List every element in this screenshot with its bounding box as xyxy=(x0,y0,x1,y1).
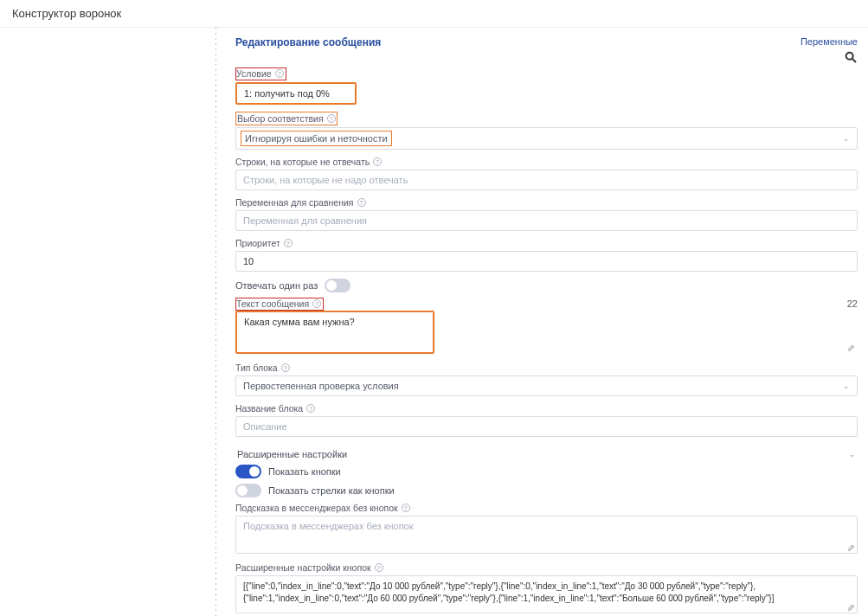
chevron-down-icon: ⌄ xyxy=(843,382,850,390)
condition-label: Условие xyxy=(236,68,272,79)
compare-var-input[interactable] xyxy=(235,210,858,231)
message-text-input[interactable] xyxy=(235,311,434,354)
resize-handle-icon[interactable]: ✎ xyxy=(845,344,856,352)
block-type-label: Тип блока xyxy=(235,363,278,373)
hint-label: Подсказка в мессенджерах без кнопок xyxy=(235,503,398,513)
match-select[interactable]: Игнорируя ошибки и неточности ⌄ xyxy=(235,127,858,150)
help-icon[interactable]: ? xyxy=(375,563,383,572)
help-icon[interactable]: ? xyxy=(312,299,321,308)
help-icon[interactable]: ? xyxy=(402,504,410,512)
left-sidebar-gutter xyxy=(0,28,216,616)
answer-once-toggle[interactable] xyxy=(325,279,350,292)
match-label: Выбор соответствия xyxy=(237,113,324,124)
help-icon[interactable]: ? xyxy=(306,404,315,413)
compare-var-label: Переменная для сравнения xyxy=(235,197,354,208)
advanced-section-header[interactable]: Расширенные настройки ⌄ xyxy=(235,444,858,465)
help-icon[interactable]: ? xyxy=(275,69,284,78)
search-icon[interactable] xyxy=(800,50,858,67)
variables-link[interactable]: Переменные xyxy=(800,36,858,47)
chevron-down-icon: ⌄ xyxy=(843,134,850,143)
chevron-down-icon: ⌄ xyxy=(849,450,856,459)
ignore-lines-label: Строки, на которые не отвечать xyxy=(235,157,370,167)
help-icon[interactable]: ? xyxy=(327,114,336,123)
help-icon[interactable]: ? xyxy=(357,198,366,207)
show-buttons-toggle[interactable] xyxy=(235,465,261,478)
svg-line-1 xyxy=(852,59,856,62)
editor-panel: Редактирование сообщения Переменные Усло… xyxy=(216,28,868,616)
show-buttons-label: Показать кнопки xyxy=(268,466,341,477)
help-icon[interactable]: ? xyxy=(284,239,293,247)
hint-input[interactable] xyxy=(235,516,858,554)
help-icon[interactable]: ? xyxy=(281,363,290,372)
svg-point-0 xyxy=(846,53,853,60)
condition-input[interactable] xyxy=(235,82,357,105)
block-name-label: Название блока xyxy=(235,403,303,414)
ignore-lines-input[interactable] xyxy=(235,170,858,190)
show-arrows-label: Показать стрелки как кнопки xyxy=(268,485,395,496)
help-icon[interactable]: ? xyxy=(373,157,382,166)
block-name-input[interactable] xyxy=(235,416,858,437)
page-title: Конструктор воронок xyxy=(0,0,868,28)
resize-handle-icon[interactable]: ✎ xyxy=(845,544,856,552)
adv-buttons-label: Расширенные настройки кнопок xyxy=(235,562,371,573)
answer-once-label: Отвечать один раз xyxy=(235,280,318,291)
show-arrows-toggle[interactable] xyxy=(235,484,261,497)
priority-input[interactable] xyxy=(235,251,858,272)
adv-buttons-input[interactable] xyxy=(235,575,858,613)
message-text-label: Текст сообщения xyxy=(236,298,309,309)
priority-label: Приоритет xyxy=(235,238,280,248)
resize-handle-icon[interactable]: ✎ xyxy=(845,604,856,612)
panel-title: Редактирование сообщения xyxy=(235,36,381,48)
block-type-select[interactable]: Первостепенная проверка условия ⌄ xyxy=(235,375,858,396)
message-text-counter: 22 xyxy=(847,298,858,309)
